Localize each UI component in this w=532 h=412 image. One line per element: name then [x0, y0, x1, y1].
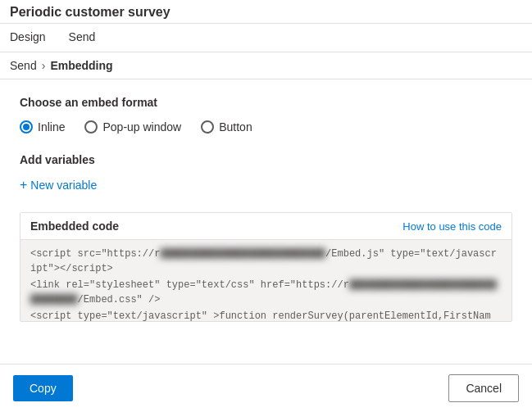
breadcrumb-parent[interactable]: Send — [10, 59, 37, 72]
plus-icon: + — [20, 178, 27, 192]
title-bar: Periodic customer survey — [0, 0, 532, 24]
radio-button-label: Button — [219, 120, 252, 134]
radio-button[interactable]: Button — [201, 120, 252, 134]
new-variable-label: New variable — [30, 179, 97, 192]
radio-inline-label: Inline — [38, 120, 65, 134]
tab-send[interactable]: Send — [69, 24, 106, 52]
tab-design[interactable]: Design — [10, 24, 56, 52]
radio-popup-label: Pop-up window — [102, 120, 181, 134]
variables-title: Add variables — [20, 153, 512, 166]
code-line-3: <script type="text/javascript" >function… — [30, 309, 502, 321]
breadcrumb: Send › Embedding — [0, 52, 532, 79]
code-line-1: <script src="https://r██████████████████… — [30, 247, 502, 276]
nav-tabs: Design Send — [0, 24, 532, 52]
embed-help-link[interactable]: How to use this code — [402, 220, 502, 233]
radio-inline[interactable]: Inline — [20, 120, 65, 134]
embed-format-section: Choose an embed format Inline Pop-up win… — [20, 96, 512, 134]
breadcrumb-separator: › — [42, 59, 46, 72]
copy-button[interactable]: Copy — [13, 375, 73, 401]
embed-title: Embedded code — [30, 220, 119, 233]
radio-popup[interactable]: Pop-up window — [84, 120, 181, 134]
footer: Copy Cancel — [0, 364, 532, 412]
main-content: Choose an embed format Inline Pop-up win… — [0, 79, 532, 338]
cancel-button[interactable]: Cancel — [448, 374, 519, 402]
code-line-2: <link rel="stylesheet" type="text/css" h… — [30, 278, 502, 307]
radio-popup-circle — [84, 120, 98, 134]
new-variable-button[interactable]: + New variable — [20, 178, 97, 192]
embed-format-title: Choose an embed format — [20, 96, 512, 109]
embed-header: Embedded code How to use this code — [20, 213, 512, 239]
breadcrumb-current: Embedding — [50, 59, 112, 72]
page-title: Periodic customer survey — [10, 5, 522, 20]
embed-section: Embedded code How to use this code <scri… — [20, 212, 512, 322]
variables-section: Add variables + New variable — [20, 153, 512, 192]
radio-button-circle — [201, 120, 214, 134]
radio-inline-circle — [20, 120, 33, 134]
embed-code-box: <script src="https://r██████████████████… — [20, 239, 512, 321]
radio-group: Inline Pop-up window Button — [20, 120, 512, 134]
